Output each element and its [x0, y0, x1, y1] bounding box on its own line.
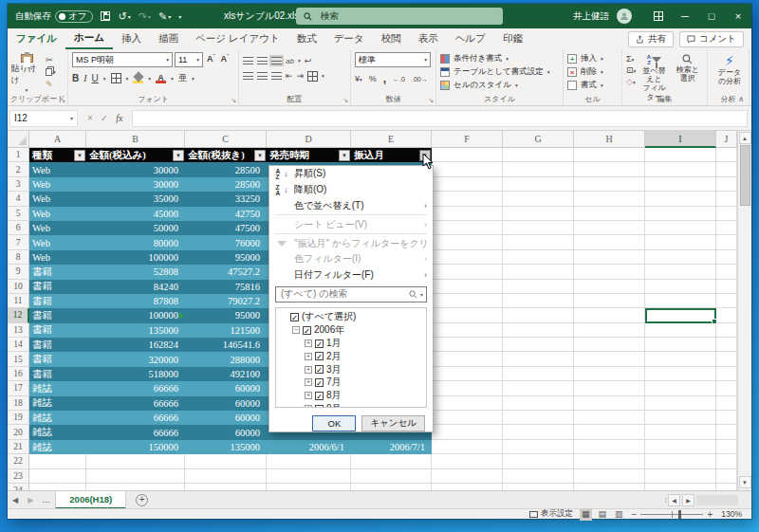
cell-G24[interactable]	[503, 484, 574, 490]
cell-B21[interactable]: 150000	[86, 440, 185, 454]
cell-F22[interactable]	[432, 454, 503, 468]
cell-I5[interactable]	[645, 207, 716, 221]
cell-B11[interactable]: 87808	[86, 294, 185, 308]
cell-I13[interactable]	[645, 323, 716, 338]
cell-B7[interactable]: 80000	[86, 235, 185, 249]
filter-tree-item[interactable]: +✓3月	[278, 363, 424, 376]
cell-A15[interactable]: 書籍	[29, 352, 86, 366]
decrease-indent-button[interactable]: ⇤	[286, 72, 293, 81]
cell-H24[interactable]	[574, 484, 645, 490]
scroll-right-button[interactable]: ▶	[682, 494, 694, 506]
checkbox-checked[interactable]: ✓	[303, 326, 311, 335]
column-header-B[interactable]: B	[86, 131, 185, 148]
cell-G4[interactable]	[503, 192, 574, 206]
cell-I16[interactable]	[645, 367, 716, 381]
cell-H22[interactable]	[574, 454, 645, 468]
cell-J3[interactable]	[716, 177, 737, 192]
cancel-button[interactable]: キャンセル	[361, 415, 425, 431]
filter-menu-item-1[interactable]: ZA↓降順(O)	[269, 182, 433, 198]
cell-G8[interactable]	[503, 250, 574, 265]
row-header-5[interactable]: 5	[8, 207, 29, 221]
row-header-6[interactable]: 6	[8, 221, 29, 235]
cell-F11[interactable]	[432, 294, 503, 308]
cell-I11[interactable]	[645, 294, 716, 308]
cell-H16[interactable]	[574, 367, 645, 381]
ribbon-tab-2[interactable]: 挿入	[113, 28, 150, 49]
cell-B17[interactable]: 66666	[86, 381, 185, 395]
cell-C4[interactable]: 33250	[185, 192, 267, 206]
cell-B20[interactable]: 66666	[86, 425, 185, 439]
cell-H9[interactable]	[574, 265, 645, 279]
enter-entry-button[interactable]: ✓	[101, 113, 108, 123]
row-header-2[interactable]: 2	[8, 162, 29, 176]
cell-J23[interactable]	[716, 469, 737, 484]
cell-A6[interactable]: Web	[29, 221, 86, 235]
cell-A17[interactable]: 雑誌	[29, 381, 86, 395]
cell-J8[interactable]	[716, 250, 737, 265]
cell-I17[interactable]	[645, 381, 716, 395]
cell-G19[interactable]	[503, 411, 574, 425]
cell-H5[interactable]	[574, 207, 645, 221]
cell-H19[interactable]	[574, 411, 645, 425]
cell-A3[interactable]: Web	[29, 177, 86, 192]
expand-node-icon[interactable]: +	[305, 392, 312, 399]
checkbox-checked[interactable]: ✓	[315, 352, 324, 360]
ok-button[interactable]: OK	[312, 415, 356, 431]
cell-F13[interactable]	[432, 323, 503, 338]
paste-button[interactable]: 貼り付け ▾	[11, 52, 42, 93]
filter-tree-item[interactable]: +✓9月	[278, 402, 424, 407]
cell-J15[interactable]	[716, 352, 737, 366]
cell-I1[interactable]	[645, 148, 716, 162]
cell-J20[interactable]	[716, 425, 737, 439]
autosave-toggle[interactable]: 自動保存 オフ	[15, 10, 93, 23]
cell-B8[interactable]: 100000	[86, 250, 185, 265]
column-header-F[interactable]: F	[432, 131, 503, 148]
cell-F24[interactable]	[432, 484, 503, 490]
insert-cells-button[interactable]: +挿入▾	[567, 53, 618, 64]
cell-A16[interactable]: 書籍	[29, 367, 86, 381]
cell-G18[interactable]	[503, 396, 574, 411]
cell-F3[interactable]	[432, 177, 503, 192]
filter-search-input[interactable]: (すべて) の検索▾	[275, 286, 427, 303]
cell-C15[interactable]: 288000	[185, 352, 267, 366]
cell-F4[interactable]	[432, 192, 503, 206]
cell-C13[interactable]: 121500	[185, 323, 267, 338]
scroll-up-button[interactable]: ▲	[739, 132, 751, 144]
cell-E23[interactable]	[351, 469, 432, 484]
row-header-12[interactable]: 12	[8, 308, 29, 322]
zoom-slider[interactable]	[640, 514, 703, 515]
zoom-out-button[interactable]: −	[632, 509, 638, 520]
maximize-button[interactable]: □	[698, 4, 725, 28]
table-header-cell-E[interactable]: 振込月▼	[351, 148, 432, 162]
ribbon-tab-10[interactable]: 印鑑	[494, 28, 531, 49]
cell-E24[interactable]	[351, 484, 432, 490]
expand-node-icon[interactable]: +	[305, 405, 312, 408]
row-header-11[interactable]: 11	[8, 294, 29, 308]
cell-J13[interactable]	[716, 323, 737, 338]
sheet-list-button[interactable]: …	[38, 495, 55, 504]
cell-H11[interactable]	[574, 294, 645, 308]
cell-F12[interactable]	[432, 308, 503, 322]
row-header-17[interactable]: 17	[8, 381, 29, 395]
ribbon-display-options-button[interactable]	[645, 4, 672, 28]
row-header-24[interactable]: 24	[8, 484, 29, 490]
cell-A7[interactable]: Web	[29, 235, 86, 249]
cell-G16[interactable]	[503, 367, 574, 381]
cell-C9[interactable]: 47527.2	[185, 265, 267, 279]
avatar[interactable]	[617, 9, 632, 24]
cell-I14[interactable]	[645, 338, 716, 352]
cell-F19[interactable]	[432, 411, 503, 425]
cell-F21[interactable]	[432, 440, 503, 454]
formula-input[interactable]	[132, 110, 748, 127]
expand-node-icon[interactable]: +	[305, 378, 312, 386]
checkbox-checked[interactable]: ✓	[315, 392, 324, 400]
align-bottom-button[interactable]	[271, 57, 282, 64]
cell-F5[interactable]	[432, 207, 503, 221]
table-header-cell-B[interactable]: 金額(税込み)▼	[86, 148, 185, 162]
cell-J6[interactable]	[716, 221, 737, 235]
row-header-7[interactable]: 7	[8, 235, 29, 249]
cancel-entry-button[interactable]: ×	[87, 113, 93, 123]
cell-A8[interactable]: Web	[29, 250, 86, 265]
display-settings-button[interactable]: 表示設定	[529, 508, 573, 520]
filter-button-C[interactable]: ▼	[254, 150, 266, 161]
